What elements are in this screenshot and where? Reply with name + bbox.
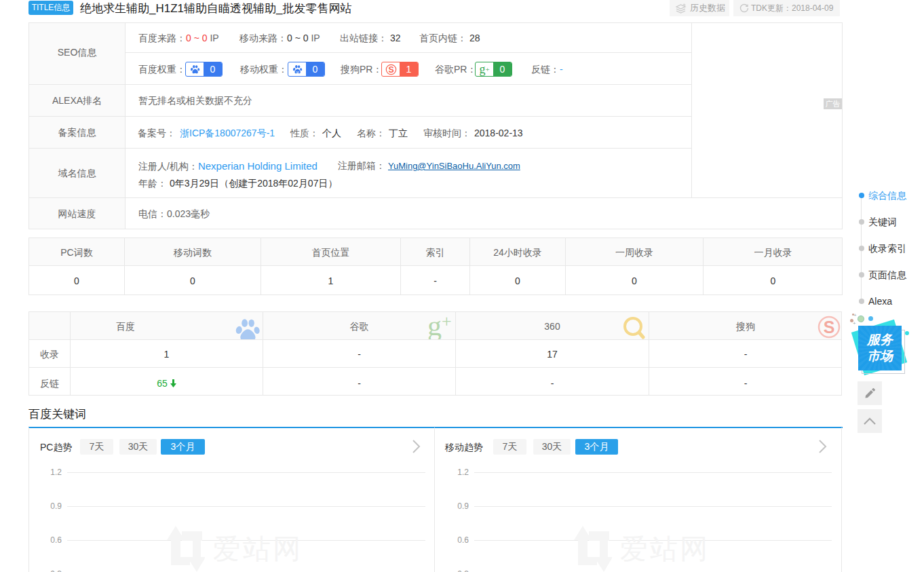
svg-text:S: S: [388, 64, 393, 74]
svg-text:M: M: [296, 71, 299, 74]
